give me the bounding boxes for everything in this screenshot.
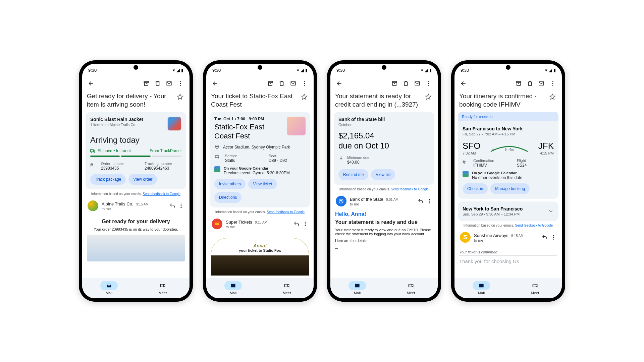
nav-meet[interactable]: Meet — [384, 281, 438, 295]
message-more-button[interactable] — [178, 203, 184, 209]
archive-button[interactable] — [141, 78, 152, 88]
feedback-link[interactable]: Send feedback to Google — [391, 187, 429, 191]
nav-meet[interactable]: Meet — [508, 281, 562, 295]
reply-button[interactable] — [293, 221, 300, 227]
battery-icon: ▮ — [181, 68, 183, 73]
message-more-button[interactable] — [302, 221, 308, 227]
svg-point-30 — [428, 85, 429, 86]
ticket-greeting: Anna! — [211, 243, 309, 248]
chevron-down-icon — [548, 208, 554, 214]
conf-label: Confirmation — [473, 159, 510, 163]
return-sub: Sun, Sep 29 • 9:30 AM – 12:34 PM — [463, 212, 523, 216]
phone-delivery: 9:30 ▾ ◢ ▮ Get ready for delivery - Your… — [79, 60, 193, 302]
min-value: $40.00 — [347, 160, 369, 165]
reply-button[interactable] — [169, 203, 175, 209]
reply-button[interactable] — [418, 198, 424, 204]
mark-unread-button[interactable] — [163, 78, 175, 88]
message-more-button[interactable] — [550, 234, 556, 240]
svg-point-14 — [304, 81, 305, 82]
more-button[interactable] — [547, 78, 558, 88]
star-button[interactable] — [424, 92, 433, 102]
manage-booking-button[interactable]: Manage booking — [490, 183, 530, 194]
ticket-line: your ticket to Static-Fox — [211, 248, 309, 252]
from-time: 7:02 AM — [463, 151, 480, 155]
archive-button[interactable] — [513, 78, 524, 88]
svg-rect-25 — [284, 284, 287, 287]
sender-name: Sunshine Airways — [474, 233, 508, 238]
delete-button[interactable] — [152, 78, 163, 88]
nav-mail[interactable]: Mail — [206, 281, 260, 295]
signal-icon: ◢ — [176, 68, 180, 73]
mark-unread-button[interactable] — [287, 78, 299, 88]
nav-mail[interactable]: Mail — [82, 281, 136, 295]
back-button[interactable] — [86, 78, 96, 89]
message-more-button[interactable] — [426, 198, 432, 204]
bill-amount: $2,165.04 — [338, 131, 430, 141]
sender-time: 9:15 AM — [136, 202, 149, 206]
svg-point-40 — [552, 85, 553, 86]
more-button[interactable] — [423, 78, 434, 88]
directions-button[interactable]: Directions — [214, 192, 241, 203]
archive-button[interactable] — [265, 78, 276, 88]
view-order-button[interactable]: View order — [128, 174, 157, 185]
svg-point-21 — [217, 224, 218, 225]
delete-button[interactable] — [276, 78, 287, 88]
remind-button[interactable]: Remind me — [338, 169, 368, 180]
invite-button[interactable]: Invite others — [214, 179, 246, 189]
svg-point-20 — [216, 224, 217, 225]
sender-name: Super Tickets — [226, 220, 252, 225]
sender-row[interactable]: Alpine Trails Co. 9:15 AM to me — [86, 199, 186, 213]
sender-row[interactable]: Bank of the State 9:01 AM to me — [334, 194, 434, 208]
email-body: Get ready for your delivery Your order 2… — [86, 213, 186, 265]
nav-mail[interactable]: Mail — [454, 281, 508, 295]
return-flight-card[interactable]: New York to San Francisco Sun, Sep 29 • … — [458, 201, 558, 221]
camera-notch — [382, 65, 386, 70]
wifi-icon: ▾ — [545, 68, 547, 73]
route-subtitle: Fri, Sep 27 • 7:02 AM – 4:15 PM — [463, 132, 554, 136]
sender-row[interactable]: Super Tickets 9:15 AM to me — [210, 217, 310, 231]
nav-mail[interactable]: Mail — [330, 281, 384, 295]
camera-notch — [258, 65, 262, 70]
back-button[interactable] — [210, 78, 220, 89]
star-button[interactable] — [300, 92, 309, 102]
phone-flight: 9:30 ▾◢▮ Your itinerary is confirmed - b… — [451, 60, 565, 302]
status-time: 9:30 — [212, 68, 221, 73]
more-button[interactable] — [299, 78, 310, 88]
mark-unread-button[interactable] — [536, 78, 547, 88]
svg-point-23 — [305, 224, 306, 225]
star-button[interactable] — [175, 92, 185, 102]
svg-rect-0 — [144, 81, 149, 82]
sender-row[interactable]: S Sunshine Airways 9:15 AM to me — [458, 231, 558, 244]
back-button[interactable] — [458, 78, 469, 89]
track-package-button[interactable]: Track package — [90, 174, 126, 185]
feedback-link[interactable]: Send feedback to Google — [143, 192, 180, 196]
camera-notch — [506, 65, 511, 70]
product-subtitle: 1 item from Alpine Trails Co. — [90, 123, 143, 127]
back-button[interactable] — [334, 78, 344, 89]
svg-rect-11 — [160, 284, 163, 287]
svg-point-10 — [181, 207, 182, 208]
sender-name: Alpine Trails Co. — [102, 201, 133, 206]
view-ticket-button[interactable]: View ticket — [248, 179, 277, 189]
svg-point-2 — [180, 81, 181, 82]
truck-icon — [90, 148, 96, 154]
archive-button[interactable] — [389, 78, 400, 88]
sender-avatar: S — [460, 232, 471, 243]
nav-meet[interactable]: Meet — [136, 281, 190, 295]
delete-button[interactable] — [524, 78, 536, 88]
reply-button[interactable] — [542, 234, 548, 240]
star-button[interactable] — [548, 92, 557, 102]
feedback-link[interactable]: Send feedback to Google — [515, 224, 553, 227]
view-bill-button[interactable]: View bill — [371, 169, 395, 180]
svg-point-22 — [305, 222, 306, 223]
checkin-button[interactable]: Check-in — [463, 183, 488, 194]
body-p1: Your statement is ready to view and due … — [335, 228, 433, 236]
signal-icon: ◢ — [301, 68, 304, 73]
feedback-link[interactable]: Send feedback to Google — [267, 210, 305, 214]
nav-meet[interactable]: Meet — [260, 281, 314, 295]
delete-button[interactable] — [400, 78, 412, 88]
mark-unread-button[interactable] — [412, 78, 423, 88]
body-p2: Here are the details: — [335, 239, 433, 243]
more-button[interactable] — [175, 78, 186, 88]
svg-text:✈: ✈ — [492, 148, 495, 151]
